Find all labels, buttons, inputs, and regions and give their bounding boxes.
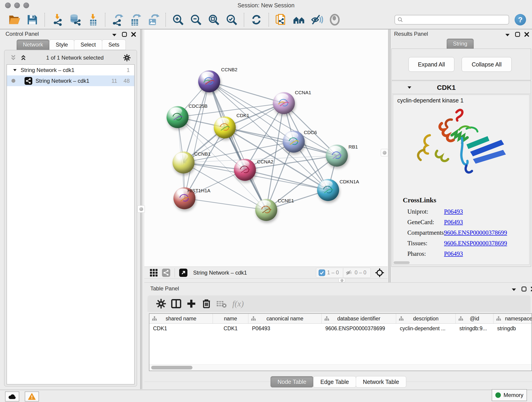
network-options-gear-icon[interactable] bbox=[123, 54, 131, 62]
warning-button[interactable] bbox=[25, 391, 39, 402]
network-from-document-icon[interactable] bbox=[275, 13, 287, 26]
tab-edge-table[interactable]: Edge Table bbox=[313, 376, 356, 388]
column-header-namespace[interactable]: namespace bbox=[494, 314, 532, 323]
column-header-shared-name[interactable]: shared name bbox=[149, 314, 213, 323]
tab-node-table[interactable]: Node Table bbox=[270, 376, 313, 388]
float-panel-icon[interactable] bbox=[521, 286, 527, 292]
export-network-icon[interactable] bbox=[111, 13, 124, 26]
column-header-name[interactable]: name bbox=[213, 314, 248, 323]
expand-all-networks-icon[interactable] bbox=[10, 54, 17, 61]
open-in-new-window-icon[interactable] bbox=[179, 269, 187, 277]
export-table-icon[interactable] bbox=[129, 13, 142, 26]
expand-all-button[interactable]: Expand All bbox=[409, 57, 454, 72]
network-node-CDC6[interactable] bbox=[283, 131, 305, 153]
cloud-button[interactable] bbox=[5, 391, 19, 402]
network-node-CCNA2[interactable] bbox=[234, 159, 256, 181]
network-node-CDC25B[interactable] bbox=[167, 106, 189, 128]
function-builder-button[interactable]: f(x) bbox=[232, 299, 244, 308]
help-button[interactable]: ? bbox=[515, 14, 526, 26]
left-splitter-handle[interactable] bbox=[138, 205, 145, 213]
tab-network[interactable]: Network bbox=[17, 39, 50, 50]
table-h-scrollbar-thumb[interactable] bbox=[151, 366, 192, 370]
birds-eye-view-icon[interactable] bbox=[375, 268, 385, 278]
import-table-file-icon[interactable] bbox=[87, 13, 99, 26]
table-cell[interactable]: CDK1 bbox=[149, 324, 213, 333]
zoom-fit-icon[interactable] bbox=[208, 13, 220, 26]
section-expander-icon[interactable] bbox=[407, 85, 412, 90]
close-panel-icon[interactable] bbox=[530, 286, 532, 292]
column-header-database-identifier[interactable]: database identifier bbox=[322, 314, 396, 323]
collection-expander-icon[interactable] bbox=[13, 68, 17, 72]
crosslink-genecard-[interactable]: P06493 bbox=[444, 219, 463, 226]
collapse-panel-icon[interactable] bbox=[111, 32, 117, 38]
network-collection-row[interactable]: String Network – cdk1 1 bbox=[7, 65, 134, 75]
hidden-eye-icon[interactable] bbox=[346, 269, 353, 276]
export-image-icon[interactable] bbox=[147, 13, 159, 26]
right-splitter[interactable] bbox=[389, 29, 390, 282]
show-graphics-details-icon[interactable] bbox=[329, 13, 341, 26]
table-cell[interactable]: cyclin-dependent ... bbox=[396, 324, 456, 333]
close-panel-icon[interactable] bbox=[524, 32, 530, 37]
zoom-selected-icon[interactable] bbox=[225, 13, 238, 26]
zoom-out-icon[interactable] bbox=[190, 13, 202, 26]
crosslink-uniprot-[interactable]: P06493 bbox=[444, 208, 463, 215]
results-scrollbar-thumb[interactable] bbox=[394, 261, 410, 264]
column-header-description[interactable]: description bbox=[396, 314, 456, 323]
tab-sets[interactable]: Sets bbox=[102, 39, 126, 50]
right-splitter-handle[interactable] bbox=[381, 149, 388, 156]
float-panel-icon[interactable] bbox=[121, 32, 127, 37]
results-tab-string[interactable]: String bbox=[447, 38, 474, 49]
delete-table-icon[interactable] bbox=[216, 298, 227, 309]
protein-name: CDK1 bbox=[437, 84, 456, 91]
network-canvas[interactable]: CCNB2CCNA1CDC25BCDK1CDC6RB1CCNB1CCNA2CDK… bbox=[144, 30, 388, 267]
bottom-splitter-handle[interactable] bbox=[339, 278, 345, 282]
network-node-CDKN1A[interactable] bbox=[317, 179, 339, 201]
collapse-all-button[interactable]: Collapse All bbox=[462, 57, 512, 72]
network-node-CCNE1[interactable] bbox=[255, 199, 277, 221]
column-header-canonical-name[interactable]: canonical name bbox=[248, 314, 322, 323]
search-input[interactable] bbox=[403, 17, 509, 23]
open-session-icon[interactable] bbox=[8, 13, 21, 26]
network-node-CCNA1[interactable] bbox=[273, 92, 295, 114]
collapse-panel-icon[interactable] bbox=[511, 287, 517, 293]
selected-checkbox-icon[interactable] bbox=[318, 269, 325, 276]
search-box[interactable] bbox=[394, 15, 509, 25]
table-settings-gear-icon[interactable] bbox=[156, 298, 166, 309]
split-view-icon[interactable] bbox=[171, 298, 181, 309]
tab-style[interactable]: Style bbox=[49, 39, 74, 50]
network-node-CDK1[interactable] bbox=[214, 116, 236, 138]
table-cell[interactable]: CDK1 bbox=[213, 324, 248, 333]
first-neighbors-icon[interactable] bbox=[293, 13, 305, 26]
memory-button[interactable]: Memory bbox=[492, 389, 527, 401]
network-node-RB1[interactable] bbox=[326, 145, 348, 167]
table-cell[interactable]: 9606.ENSP00000378699 bbox=[322, 324, 396, 333]
table-cell[interactable]: stringdb bbox=[494, 324, 532, 333]
crosslink-tissues-[interactable]: 9606.ENSP00000378699 bbox=[444, 240, 507, 247]
hide-selected-icon[interactable] bbox=[311, 13, 323, 26]
table-h-scrollbar[interactable] bbox=[149, 364, 532, 370]
collapse-panel-icon[interactable] bbox=[505, 32, 510, 38]
network-row[interactable]: String Network – cdk1 11 48 bbox=[7, 75, 134, 86]
tab-select[interactable]: Select bbox=[74, 39, 102, 50]
zoom-in-icon[interactable] bbox=[172, 13, 184, 26]
column-header--id[interactable]: @id bbox=[456, 314, 494, 323]
add-column-icon[interactable] bbox=[186, 298, 196, 309]
float-panel-icon[interactable] bbox=[515, 32, 520, 37]
import-network-database-icon[interactable] bbox=[69, 13, 81, 26]
close-panel-icon[interactable] bbox=[131, 32, 137, 37]
crosslink-pharos-[interactable]: P06493 bbox=[444, 250, 463, 257]
network-node-CCNB2[interactable] bbox=[198, 70, 220, 92]
refresh-icon[interactable] bbox=[250, 13, 263, 26]
import-network-file-icon[interactable] bbox=[51, 13, 63, 26]
grid-view-icon[interactable] bbox=[150, 269, 158, 277]
string-view-icon[interactable] bbox=[162, 269, 170, 277]
network-node-CCNB1[interactable] bbox=[172, 152, 195, 173]
tab-network-table[interactable]: Network Table bbox=[356, 376, 406, 388]
table-cell[interactable]: P06493 bbox=[248, 324, 322, 333]
collapse-all-networks-icon[interactable] bbox=[20, 54, 27, 61]
save-session-icon[interactable] bbox=[26, 13, 38, 26]
table-cell[interactable]: stringdb:9... bbox=[456, 324, 494, 333]
crosslink-compartments-[interactable]: 9606.ENSP00000378699 bbox=[444, 229, 507, 236]
protein-section-header[interactable]: CDK1 bbox=[392, 81, 530, 94]
delete-column-icon[interactable] bbox=[201, 298, 212, 309]
